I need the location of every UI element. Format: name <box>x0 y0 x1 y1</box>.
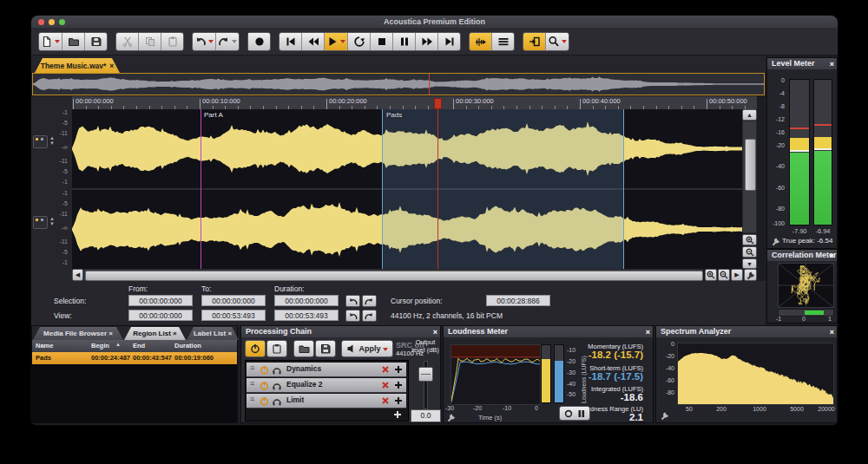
processing-chain-close-icon[interactable]: × <box>433 328 437 337</box>
chain-save-button[interactable] <box>315 340 336 357</box>
zoom-in-vertical-button[interactable] <box>742 234 757 245</box>
chain-power-button[interactable] <box>245 340 266 357</box>
apply-button[interactable]: Apply <box>341 340 393 357</box>
region-table-header[interactable]: Name Begin ▲ End Duration <box>32 340 237 352</box>
channel-1-options-button[interactable] <box>33 135 48 148</box>
record-button[interactable] <box>248 33 270 50</box>
play-button[interactable] <box>325 33 348 50</box>
selection-undo-button[interactable] <box>345 295 360 307</box>
waveform-channel-1[interactable] <box>72 109 742 188</box>
stop-button[interactable] <box>371 33 393 50</box>
dropdown-caret-icon[interactable] <box>55 40 60 46</box>
append-effect-icon[interactable] <box>393 410 402 419</box>
selection-to-field[interactable] <box>201 295 266 306</box>
selection-from-field[interactable] <box>128 295 193 306</box>
new-file-button[interactable] <box>39 33 62 50</box>
dropdown-caret-icon[interactable] <box>562 40 567 46</box>
wrench-icon[interactable] <box>771 237 780 246</box>
dropdown-caret-icon[interactable] <box>208 40 214 46</box>
channel-2-options-button[interactable] <box>33 216 48 229</box>
output-level-slider-thumb[interactable] <box>418 367 433 382</box>
dropdown-caret-icon[interactable] <box>340 40 345 46</box>
headphones-icon[interactable] <box>272 396 282 406</box>
skip-end-button[interactable] <box>438 33 460 50</box>
effect-power-icon[interactable] <box>260 396 269 406</box>
selection-redo-button[interactable] <box>362 295 377 307</box>
horizontal-scrollbar[interactable] <box>83 269 703 281</box>
vertical-scrollbar[interactable] <box>742 121 757 233</box>
drag-handle-icon[interactable]: ≡ <box>250 395 254 403</box>
zoom-tool-button[interactable] <box>546 33 569 50</box>
save-button[interactable] <box>85 33 107 50</box>
column-header-duration[interactable]: Duration <box>174 342 201 350</box>
correlation-meter-close-icon[interactable]: × <box>830 252 834 260</box>
remove-effect-icon[interactable] <box>381 381 390 389</box>
add-effect-icon[interactable] <box>394 381 403 389</box>
tab-theme-music[interactable]: Theme Music.wav* × <box>35 58 120 73</box>
waveform-channel-2[interactable] <box>72 190 742 269</box>
effect-power-icon[interactable] <box>260 381 269 390</box>
tab-region-list[interactable]: Region List × <box>124 327 186 340</box>
spectrum-analyzer-close-icon[interactable]: × <box>830 328 834 337</box>
cursor-position-field[interactable] <box>486 295 550 306</box>
view-undo-button[interactable] <box>345 310 360 322</box>
headphones-icon[interactable] <box>272 381 282 390</box>
effect-row-equalize[interactable]: ≡ Equalize 2 <box>247 378 406 393</box>
paste-button[interactable] <box>161 33 183 50</box>
effect-row-limit[interactable]: ≡ Limit <box>247 394 406 408</box>
channel-1-spinner[interactable]: ▲▼ <box>49 135 55 146</box>
reset-icon[interactable] <box>564 409 573 418</box>
tab-label-list[interactable]: Label List × <box>187 327 239 340</box>
tab-close-icon[interactable]: × <box>227 330 232 337</box>
timeline-ruler[interactable]: 00:00:00:000 00:00:10:000 00:00:20:000 0… <box>72 96 757 110</box>
pause-button[interactable] <box>393 33 416 50</box>
waveform-settings-button[interactable] <box>744 269 757 281</box>
undo-button[interactable] <box>193 33 216 50</box>
column-header-end[interactable]: End <box>133 342 145 350</box>
dropdown-caret-icon[interactable] <box>232 40 237 46</box>
view-to-field[interactable] <box>201 310 266 321</box>
scroll-right-button[interactable]: ▶ <box>731 269 743 281</box>
wrench-icon[interactable] <box>660 411 669 421</box>
redo-button[interactable] <box>216 33 239 50</box>
rewind-button[interactable] <box>302 33 325 50</box>
selection-duration-field[interactable] <box>274 295 339 306</box>
remove-effect-icon[interactable] <box>381 365 390 374</box>
chain-open-button[interactable] <box>293 340 314 357</box>
copy-button[interactable] <box>139 33 161 50</box>
loop-button[interactable] <box>348 33 371 50</box>
skip-start-button[interactable] <box>279 33 302 50</box>
tab-close-icon[interactable]: × <box>173 330 177 337</box>
view-duration-field[interactable] <box>274 310 339 321</box>
effect-power-icon[interactable] <box>260 365 269 375</box>
wave-display-button[interactable] <box>492 33 514 50</box>
fast-forward-button[interactable] <box>416 33 438 50</box>
file-overview[interactable] <box>32 73 765 95</box>
open-folder-button[interactable] <box>62 33 85 50</box>
add-effect-icon[interactable] <box>394 396 403 405</box>
output-level-value[interactable]: 0.0 <box>411 409 441 422</box>
pause-icon[interactable] <box>578 409 585 418</box>
region-row-pads[interactable]: Pads 00:00:24:487 00:00:43:547 00:00:19:… <box>32 352 237 364</box>
tab-close-icon[interactable]: × <box>108 330 113 337</box>
tab-close-icon[interactable]: × <box>109 62 114 70</box>
tab-media-file-browser[interactable]: Media File Browser × <box>33 327 123 340</box>
remove-effect-icon[interactable] <box>381 396 390 405</box>
vertical-scroll-thumb[interactable] <box>745 139 756 191</box>
view-from-field[interactable] <box>128 310 193 321</box>
drag-handle-icon[interactable]: ≡ <box>250 363 254 372</box>
loudness-meter-close-icon[interactable]: × <box>646 328 650 337</box>
column-header-name[interactable]: Name <box>36 342 53 350</box>
add-effect-icon[interactable] <box>394 365 403 374</box>
chain-clipboard-button[interactable] <box>266 340 287 357</box>
effect-row-dynamics[interactable]: ≡ Dynamics <box>247 363 406 377</box>
wrench-icon[interactable] <box>446 413 456 422</box>
view-redo-button[interactable] <box>362 310 377 322</box>
scroll-up-button[interactable]: ▲ <box>742 109 757 121</box>
cut-button[interactable] <box>116 33 139 50</box>
scroll-playback-button[interactable] <box>470 33 492 50</box>
scroll-down-button[interactable]: ▼ <box>742 258 757 269</box>
scroll-left-button[interactable]: ◀ <box>72 269 83 281</box>
channel-2-spinner[interactable]: ▲▼ <box>49 216 55 226</box>
zoom-in-button[interactable] <box>705 269 717 281</box>
